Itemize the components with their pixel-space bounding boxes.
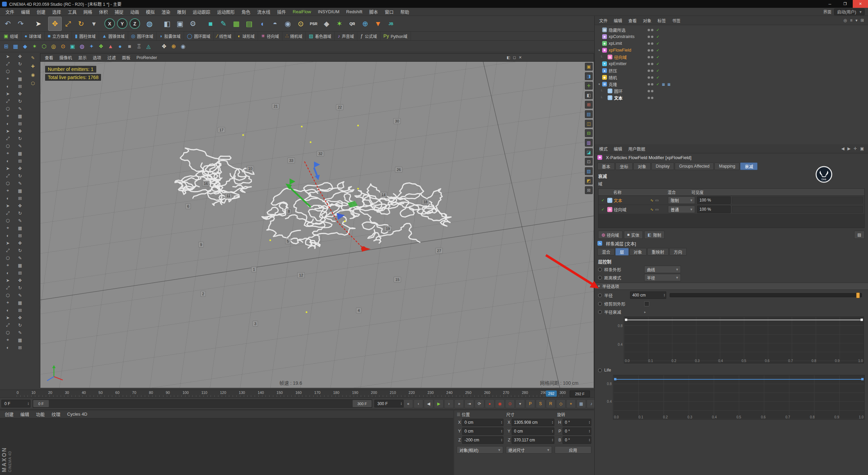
rotation-input[interactable]: 0 ° ▴▾: [563, 428, 591, 435]
object-row[interactable]: ◈ xpConstraints ✓: [595, 33, 868, 40]
left-palette-icon[interactable]: ⊞: [15, 120, 25, 127]
size-input[interactable]: 370.117 cm ▴▾: [512, 436, 554, 444]
visibility-dots[interactable]: [648, 49, 653, 52]
left-palette-icon[interactable]: ⬡: [3, 105, 13, 112]
field-palette-item[interactable]: Py Python域: [380, 32, 411, 40]
left-palette-icon[interactable]: ➤: [3, 314, 13, 321]
object-row[interactable]: ▤ 隐藏所选 ✓: [595, 26, 868, 33]
sim-palette-icon-15[interactable]: Ξ: [134, 42, 144, 51]
layout-strip-icon-13[interactable]: ◩: [585, 177, 593, 185]
field-palette-item[interactable]: ◗ 胶囊体域: [157, 32, 184, 40]
camera-button[interactable]: ◉: [281, 17, 294, 31]
size-input[interactable]: 1305.908 cm ▴▾: [512, 419, 554, 426]
position-input[interactable]: -200 cm ▴▾: [462, 436, 504, 444]
object-row[interactable]: ✦ xpEmitter ✓: [595, 60, 868, 67]
loop-button[interactable]: ⟳: [475, 399, 484, 408]
radius-input[interactable]: 400 cm ▴▾: [630, 291, 666, 299]
field-palette-item[interactable]: ● 球体域: [21, 32, 44, 40]
size-input[interactable]: 0 cm ▴▾: [512, 428, 554, 435]
anim-dot-icon[interactable]: [598, 368, 602, 372]
rotation-input[interactable]: 0 ° ▴▾: [563, 436, 591, 444]
left-palette-icon[interactable]: ⤢: [3, 98, 13, 104]
sim-palette-icon-10[interactable]: ✦: [87, 42, 96, 51]
object-manager-menu-item[interactable]: 编辑: [611, 16, 625, 25]
enable-check-icon[interactable]: ✓: [655, 82, 660, 87]
jb-plugin-button[interactable]: JB: [384, 17, 397, 31]
left-palette-icon[interactable]: ↻: [15, 98, 25, 104]
visibility-dots[interactable]: [648, 70, 653, 72]
left-palette-icon[interactable]: ▦: [15, 299, 25, 306]
power-slider[interactable]: 0 F 300 F: [33, 399, 372, 408]
left-palette-icon[interactable]: ✎: [15, 217, 25, 224]
field-palette-item[interactable]: ✳ 径向域: [258, 32, 282, 40]
record-keyframe-button[interactable]: ●: [485, 399, 494, 408]
left-palette-icon[interactable]: ↻: [15, 60, 25, 67]
left-palette-icon[interactable]: ◐: [3, 307, 13, 314]
trim-checkbox[interactable]: [644, 301, 649, 306]
rotate-tool[interactable]: ↻: [75, 17, 87, 31]
end-frame-field[interactable]: 300 F ▴▾: [374, 400, 403, 407]
sim-palette-icon-7[interactable]: ⊙: [58, 42, 68, 51]
size-mode-select[interactable]: 绝对尺寸▾: [506, 446, 552, 454]
mograph-button[interactable]: ✶: [333, 17, 346, 31]
left-palette-icon[interactable]: ◐: [3, 232, 13, 239]
xpresso-button[interactable]: ⊕: [359, 17, 372, 31]
left-palette-icon[interactable]: ▦: [15, 150, 25, 157]
menu-item[interactable]: 创建: [33, 8, 49, 16]
om-search-icon[interactable]: ◎: [843, 18, 847, 23]
viewport-menu-item[interactable]: ProRender: [134, 54, 160, 61]
undo-button[interactable]: ↶: [1, 17, 14, 31]
viewport-layout-icon[interactable]: ◧: [507, 55, 510, 60]
render-picture-viewer-button[interactable]: ▣: [174, 17, 186, 31]
range-start-grip[interactable]: 0 F: [33, 400, 49, 407]
left-palette-extra-icon[interactable]: ✎: [28, 54, 38, 61]
visibility-dots[interactable]: [648, 56, 653, 58]
pla-key-toggle[interactable]: ⌖: [566, 399, 576, 408]
object-manager-menu-item[interactable]: 文件: [596, 16, 611, 25]
field-palette-item[interactable]: ▮ 圆柱体域: [72, 32, 99, 40]
visibility-field[interactable]: 100 %: [697, 206, 731, 213]
menu-item[interactable]: 捕捉: [111, 8, 127, 16]
sim-palette-icon-16[interactable]: ◬: [144, 42, 153, 51]
left-palette-icon[interactable]: ✥: [15, 314, 25, 321]
left-palette-icon[interactable]: ✥: [15, 53, 25, 60]
object-row[interactable]: └ ○ 圆环: [595, 88, 868, 94]
left-palette-icon[interactable]: ↻: [15, 135, 25, 142]
left-palette-icon[interactable]: ✎: [15, 329, 25, 336]
live-selection-tool[interactable]: ➤: [32, 17, 45, 31]
current-frame-field[interactable]: 292 F: [570, 391, 590, 397]
layout-strip-icon-14[interactable]: ⊠: [585, 186, 593, 194]
curve-point[interactable]: [861, 319, 863, 321]
sim-palette-icon-9[interactable]: ◍: [77, 42, 87, 51]
sim-palette-icon-12[interactable]: ▲: [106, 42, 115, 51]
radius-slider[interactable]: [670, 293, 862, 297]
left-palette-icon[interactable]: ◐: [3, 344, 13, 351]
left-palette-icon[interactable]: ✥: [15, 277, 25, 284]
viewport-menu-item[interactable]: 查看: [42, 54, 56, 61]
visibility-dots[interactable]: [648, 97, 653, 99]
object-row[interactable]: ◈ xpLimit ✓: [595, 40, 868, 47]
attribute-tab[interactable]: Mapping: [714, 163, 739, 170]
menu-item[interactable]: 体积: [96, 8, 111, 16]
blend-mode-select[interactable]: 限制▾: [668, 196, 695, 204]
object-manager-menu-item[interactable]: 对象: [640, 16, 654, 25]
attribute-menu-item[interactable]: 模式: [596, 145, 611, 153]
menu-item[interactable]: 工具: [64, 8, 80, 16]
left-palette-icon[interactable]: ⌖: [3, 75, 13, 82]
anim-dot-icon[interactable]: [598, 293, 602, 297]
left-palette-icon[interactable]: ◐: [3, 195, 13, 202]
rotation-input[interactable]: 0 ° ▴▾: [563, 419, 591, 426]
object-row[interactable]: ▾ ✱ xpFlowField ✓: [595, 47, 868, 54]
sim-palette-icon-1[interactable]: ⊞: [1, 42, 11, 51]
goto-end-button[interactable]: ⇥: [465, 399, 474, 408]
left-palette-icon[interactable]: ⊞: [15, 83, 25, 90]
left-palette-icon[interactable]: ✥: [15, 240, 25, 246]
left-palette-icon[interactable]: ⤢: [3, 60, 13, 67]
qr-button[interactable]: QR: [346, 17, 359, 31]
parameter-key-toggle[interactable]: ◇: [556, 399, 566, 408]
left-palette-icon[interactable]: ⌖: [3, 150, 13, 157]
menu-item[interactable]: 脚本: [366, 8, 381, 16]
left-palette-icon[interactable]: ↻: [15, 322, 25, 328]
am-forward-icon[interactable]: ▶: [847, 146, 850, 151]
field-palette-item[interactable]: ƒ 公式域: [357, 32, 380, 40]
